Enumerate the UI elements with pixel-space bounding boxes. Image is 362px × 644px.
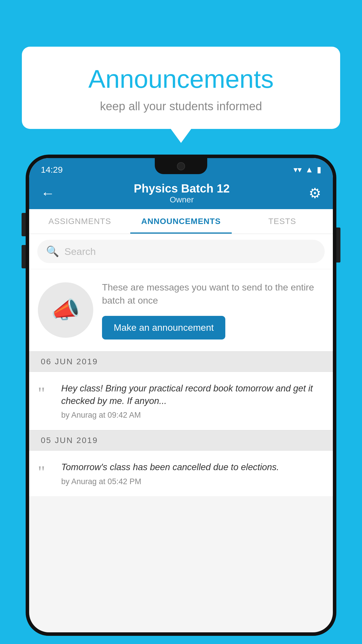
- announcement-info: 📣 These are messages you want to send to…: [29, 269, 333, 351]
- announcement-meta-1: by Anurag at 09:42 AM: [61, 411, 324, 420]
- tab-tests[interactable]: TESTS: [232, 209, 333, 234]
- phone-outer: 14:29 ▾▾ ▲ ▮ ← Physics Batch 12 Owner ⚙ …: [26, 155, 336, 636]
- power-button: [336, 228, 340, 262]
- quote-icon-1: ": [38, 384, 54, 402]
- phone-camera: [177, 162, 185, 170]
- speech-bubble: Announcements keep all your students inf…: [22, 47, 340, 129]
- announcement-right: These are messages you want to send to t…: [102, 281, 324, 340]
- announcement-icon-circle: 📣: [38, 282, 93, 338]
- battery-icon: ▮: [317, 165, 321, 174]
- status-icons: ▾▾ ▲ ▮: [294, 165, 321, 174]
- search-container: 🔍 Search: [29, 234, 333, 269]
- vol-button-2: [22, 245, 26, 268]
- vol-button-1: [22, 213, 26, 236]
- announcement-item-2[interactable]: " Tomorrow's class has been cancelled du…: [29, 451, 333, 496]
- phone-wrapper: 14:29 ▾▾ ▲ ▮ ← Physics Batch 12 Owner ⚙ …: [26, 155, 336, 644]
- search-icon: 🔍: [46, 245, 59, 258]
- phone-notch: [155, 158, 207, 174]
- wifi-icon: ▾▾: [294, 165, 302, 174]
- search-bar[interactable]: 🔍 Search: [37, 240, 325, 263]
- announcement-text-2: Tomorrow's class has been cancelled due …: [61, 461, 324, 473]
- announcement-text-1: Hey class! Bring your practical record b…: [61, 382, 324, 407]
- speech-bubble-container: Announcements keep all your students inf…: [22, 47, 340, 129]
- tabs-bar: ASSIGNMENTS ANNOUNCEMENTS TESTS: [29, 209, 333, 234]
- app-header: ← Physics Batch 12 Owner ⚙: [29, 177, 333, 209]
- tab-assignments[interactable]: ASSIGNMENTS: [29, 209, 130, 234]
- header-center: Physics Batch 12 Owner: [134, 182, 230, 204]
- megaphone-icon: 📣: [51, 296, 80, 324]
- announcement-item-1[interactable]: " Hey class! Bring your practical record…: [29, 372, 333, 430]
- announcement-description: These are messages you want to send to t…: [102, 281, 324, 307]
- speech-bubble-subtitle: keep all your students informed: [34, 100, 328, 113]
- status-time: 14:29: [41, 165, 63, 175]
- announcement-content-1: Hey class! Bring your practical record b…: [61, 382, 324, 420]
- header-subtitle: Owner: [134, 195, 230, 204]
- announcement-meta-2: by Anurag at 05:42 PM: [61, 477, 324, 486]
- search-placeholder: Search: [64, 246, 96, 257]
- date-divider-1: 06 JUN 2019: [29, 351, 333, 372]
- phone-screen: 14:29 ▾▾ ▲ ▮ ← Physics Batch 12 Owner ⚙ …: [29, 158, 333, 632]
- speech-bubble-title: Announcements: [34, 64, 328, 94]
- quote-icon-2: ": [38, 463, 54, 481]
- tab-announcements[interactable]: ANNOUNCEMENTS: [130, 209, 231, 234]
- make-announcement-button[interactable]: Make an announcement: [102, 316, 225, 340]
- header-title: Physics Batch 12: [134, 182, 230, 195]
- signal-icon: ▲: [305, 165, 313, 174]
- gear-icon[interactable]: ⚙: [309, 185, 321, 201]
- announcement-content-2: Tomorrow's class has been cancelled due …: [61, 461, 324, 486]
- back-button[interactable]: ←: [41, 185, 55, 201]
- date-divider-2: 05 JUN 2019: [29, 430, 333, 451]
